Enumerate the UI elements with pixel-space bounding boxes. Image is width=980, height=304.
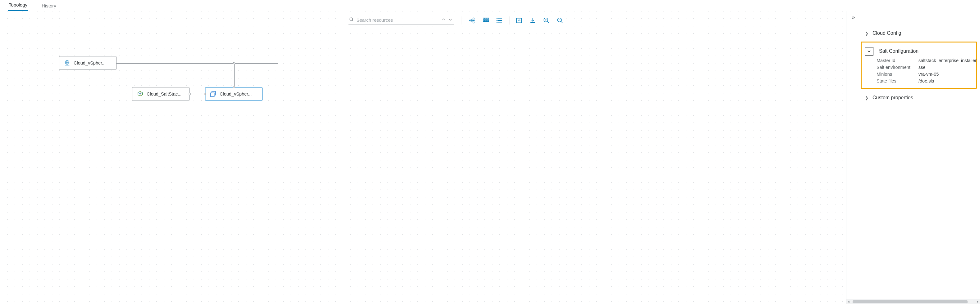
section-salt-config[interactable]: Salt Configuration — [865, 44, 973, 58]
scroll-thumb[interactable] — [853, 300, 967, 303]
prop-key: State files — [877, 79, 912, 84]
fit-screen-icon[interactable] — [515, 17, 523, 24]
node-label: Cloud_vSpher... — [220, 92, 252, 97]
scroll-left-icon[interactable]: ◂ — [846, 300, 851, 304]
chevron-down-icon — [865, 47, 873, 55]
connector-port-icon — [189, 93, 191, 95]
section-custom-properties[interactable]: ❯ Custom properties — [864, 92, 976, 103]
prop-value: sse — [918, 65, 977, 70]
properties-panel: ❯ Network ❯ Cloud Config Salt Configurat… — [846, 11, 980, 304]
node-label: Cloud_vSpher... — [74, 60, 106, 65]
svg-line-7 — [471, 21, 473, 22]
svg-rect-9 — [483, 18, 485, 19]
connector-port-icon — [233, 62, 235, 64]
search-input[interactable] — [356, 17, 438, 23]
tab-history[interactable]: History — [41, 3, 57, 11]
svg-rect-12 — [483, 20, 485, 22]
saltstack-icon — [137, 90, 143, 97]
svg-rect-21 — [516, 18, 522, 23]
scroll-right-icon[interactable]: ▸ — [976, 300, 980, 304]
section-title: Custom properties — [872, 95, 913, 100]
svg-line-29 — [561, 21, 562, 23]
svg-point-19 — [496, 20, 497, 21]
view-graph-icon[interactable] — [468, 17, 476, 24]
prop-value: /doe.sls — [918, 79, 977, 84]
tab-topology[interactable]: Topology — [8, 2, 28, 11]
connector-port-icon — [233, 86, 235, 88]
svg-point-18 — [496, 19, 497, 19]
panel-scrollbar[interactable]: ◂ ▸ — [846, 299, 980, 304]
svg-rect-14 — [487, 20, 489, 22]
svg-line-6 — [471, 19, 473, 21]
search-box[interactable] — [348, 16, 454, 24]
prop-key: Master Id — [877, 58, 912, 63]
svg-rect-11 — [487, 18, 489, 19]
svg-point-4 — [473, 22, 474, 23]
svg-line-25 — [547, 21, 549, 23]
zoom-out-icon[interactable] — [556, 17, 564, 24]
section-title: Cloud Config — [872, 30, 901, 36]
node-network[interactable]: Cloud_vSpher... — [59, 56, 116, 70]
chevron-right-icon: ❯ — [864, 95, 869, 100]
download-icon[interactable] — [528, 17, 537, 24]
prop-value: vra-vm-05 — [918, 72, 977, 77]
zoom-in-icon[interactable] — [542, 17, 550, 24]
network-icon — [64, 60, 70, 66]
topology-canvas[interactable]: Cloud_vSpher... Cloud_SaltStac... Cloud_… — [0, 11, 846, 304]
vm-icon — [210, 90, 216, 97]
svg-rect-10 — [485, 18, 487, 19]
connector-port-icon — [204, 93, 206, 95]
search-icon — [349, 17, 354, 23]
svg-line-1 — [352, 20, 353, 21]
search-next-icon[interactable] — [447, 17, 453, 23]
svg-point-5 — [473, 20, 474, 21]
svg-point-3 — [473, 18, 474, 19]
node-vsphere-machine[interactable]: Cloud_vSpher... — [205, 87, 262, 101]
svg-rect-13 — [485, 20, 487, 22]
section-salt-config-highlight: Salt Configuration Master Id saltstack_e… — [861, 41, 977, 89]
view-grid-icon[interactable] — [482, 17, 490, 24]
node-saltstack[interactable]: Cloud_SaltStac... — [132, 87, 189, 101]
search-prev-icon[interactable] — [440, 17, 447, 23]
section-cloud-config[interactable]: ❯ Cloud Config — [864, 28, 976, 38]
svg-point-0 — [350, 18, 352, 21]
prop-key: Minions — [877, 72, 912, 77]
svg-point-20 — [496, 22, 497, 23]
node-label: Cloud_SaltStac... — [147, 92, 181, 97]
view-list-icon[interactable] — [495, 17, 503, 24]
prop-value: saltstack_enterprise_installer — [918, 58, 977, 63]
prop-key: Salt environment — [877, 65, 912, 70]
panel-collapse-icon[interactable] — [851, 16, 856, 21]
chevron-right-icon: ❯ — [864, 31, 869, 36]
section-title: Salt Configuration — [879, 48, 918, 54]
svg-point-2 — [469, 20, 471, 21]
svg-rect-40 — [211, 93, 215, 97]
